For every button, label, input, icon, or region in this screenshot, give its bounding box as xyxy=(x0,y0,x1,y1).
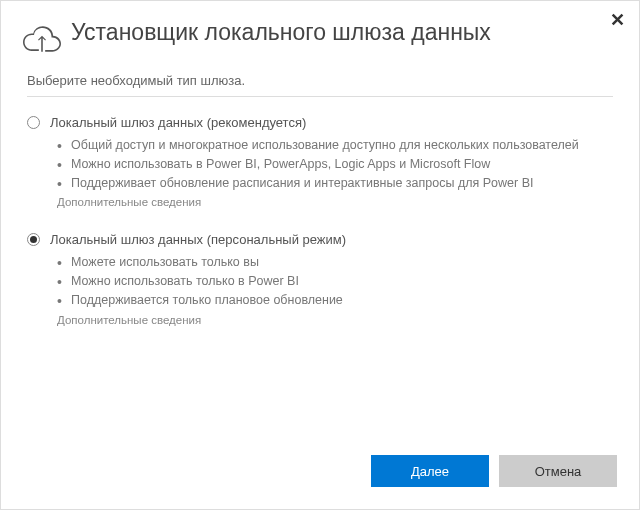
list-item: Поддерживается только плановое обновлени… xyxy=(57,291,613,310)
bullet-list: Общий доступ и многократное использовани… xyxy=(27,136,613,192)
list-item: Можете использовать только вы xyxy=(57,253,613,272)
list-item: Общий доступ и многократное использовани… xyxy=(57,136,613,155)
option-label: Локальный шлюз данных (персональный режи… xyxy=(50,232,346,247)
cloud-upload-icon xyxy=(23,23,61,55)
list-item: Поддерживает обновление расписания и инт… xyxy=(57,174,613,193)
header: Установщик локального шлюза данных xyxy=(1,1,639,63)
gateway-option-recommended: Локальный шлюз данных (рекомендуется) Об… xyxy=(27,115,613,210)
radio-recommended[interactable]: Локальный шлюз данных (рекомендуется) xyxy=(27,115,613,130)
list-item: Можно использовать только в Power BI xyxy=(57,272,613,291)
page-title: Установщик локального шлюза данных xyxy=(71,19,491,47)
learn-more-link[interactable]: Дополнительные сведения xyxy=(27,196,201,208)
list-item: Можно использовать в Power BI, PowerApps… xyxy=(57,155,613,174)
footer-buttons: Далее Отмена xyxy=(371,455,617,487)
bullet-list: Можете использовать только вы Можно испо… xyxy=(27,253,613,309)
gateway-option-personal: Локальный шлюз данных (персональный режи… xyxy=(27,232,613,327)
cancel-button[interactable]: Отмена xyxy=(499,455,617,487)
radio-personal[interactable]: Локальный шлюз данных (персональный режи… xyxy=(27,232,613,247)
subtitle-text: Выберите необходимый тип шлюза. xyxy=(1,63,639,96)
next-button[interactable]: Далее xyxy=(371,455,489,487)
close-icon[interactable]: ✕ xyxy=(610,11,625,29)
radio-icon xyxy=(27,116,40,129)
options-container: Локальный шлюз данных (рекомендуется) Об… xyxy=(1,97,639,328)
option-label: Локальный шлюз данных (рекомендуется) xyxy=(50,115,306,130)
radio-icon-selected xyxy=(27,233,40,246)
learn-more-link[interactable]: Дополнительные сведения xyxy=(27,314,201,326)
